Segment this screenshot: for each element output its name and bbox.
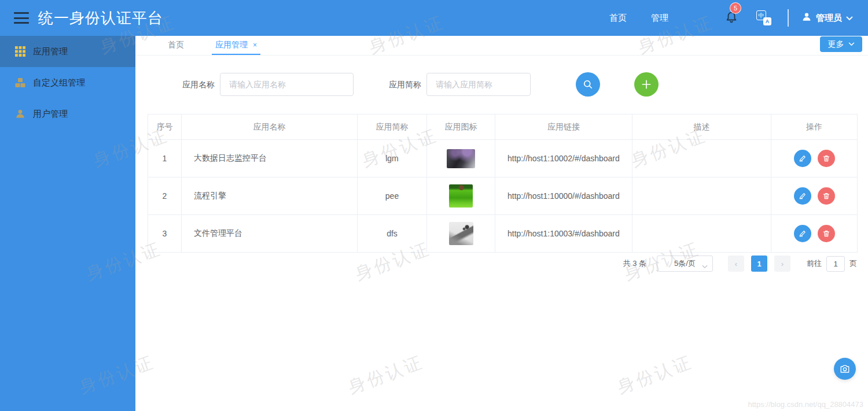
app-icon-cell (427, 140, 495, 177)
app-abbr-label: 应用简称 (389, 73, 421, 96)
trash-icon (822, 229, 830, 238)
table-row: 3文件管理平台dfshttp://host1:10003/#/dashboard (148, 215, 858, 253)
app-abbr-cell: lgm (358, 140, 427, 177)
search-icon (582, 79, 594, 90)
app-link-cell: http://host1:10003/#/dashboard (495, 215, 632, 253)
page-size-select[interactable]: 5条/页 (657, 256, 713, 272)
app-name-cell: 文件管理平台 (182, 215, 358, 253)
user-icon (801, 12, 812, 24)
notification-badge: 5 (730, 2, 741, 14)
sidebar-item-2[interactable]: 用户管理 (0, 98, 135, 129)
actions-cell (771, 215, 858, 253)
column-header: 应用图标 (427, 114, 495, 140)
description-cell (632, 215, 771, 253)
user-menu[interactable]: 管理员 (801, 12, 853, 24)
app-name-cell: 流程引擎 (182, 177, 358, 215)
goto-label: 前往 (807, 258, 822, 269)
tab-1[interactable]: 应用管理× (212, 36, 260, 55)
app-abbr-cell: dfs (358, 215, 427, 253)
column-header: 操作 (771, 114, 858, 140)
trash-icon (822, 192, 830, 200)
goto-page-input[interactable] (826, 256, 845, 272)
tab-0[interactable]: 首页 (164, 36, 187, 55)
table-header-row: 序号应用名称应用简称应用图标应用链接描述操作 (148, 114, 858, 140)
bell-icon (725, 16, 738, 25)
edit-button[interactable] (794, 225, 811, 242)
app-abbr-cell: pee (358, 177, 427, 215)
app-title: 统一身份认证平台 (38, 8, 163, 28)
camera-icon (840, 364, 850, 374)
app-icon-cell (427, 177, 495, 215)
user-name: 管理员 (816, 13, 842, 24)
app-name-input[interactable] (220, 73, 354, 96)
actions-cell (771, 177, 858, 215)
app-icon-cell (427, 215, 495, 253)
trash-icon (822, 154, 830, 162)
delete-button[interactable] (818, 150, 835, 167)
edit-button[interactable] (794, 150, 811, 167)
app-link-cell: http://host1:10002/#/dashboard (495, 140, 632, 177)
close-tab-icon[interactable]: × (253, 41, 257, 49)
more-button[interactable]: 更多 (820, 36, 862, 52)
column-header: 应用名称 (182, 114, 358, 140)
notification-bell-button[interactable]: 5 (725, 10, 738, 26)
chevron-down-icon (848, 42, 855, 46)
tabs-container: 首页应用管理× (164, 36, 285, 55)
prev-page-button[interactable]: ‹ (728, 256, 744, 272)
main-content: 首页应用管理× 更多 应用名称 应用简称 (135, 36, 868, 411)
column-header: 序号 (148, 114, 182, 140)
sidebar-item-1[interactable]: 自定义组管理 (0, 67, 135, 98)
app-abbr-input[interactable] (426, 73, 531, 96)
actions-cell (771, 140, 858, 177)
add-app-button[interactable] (634, 72, 659, 97)
app-name-label: 应用名称 (182, 73, 215, 96)
top-nav-link-1[interactable]: 管理 (651, 13, 668, 24)
green-field-photo (449, 184, 473, 208)
search-button[interactable] (576, 72, 600, 97)
tab-label: 应用管理 (215, 40, 248, 50)
table-row: 1大数据日志监控平台lgmhttp://host1:10002/#/dashbo… (148, 140, 858, 177)
page-unit-label: 页 (849, 258, 857, 269)
edit-button[interactable] (794, 187, 811, 205)
delete-button[interactable] (818, 225, 835, 242)
sidebar: 应用管理自定义组管理用户管理 (0, 36, 135, 411)
gray-roof-photo (449, 222, 473, 245)
pencil-icon (799, 154, 807, 162)
row-index-cell: 1 (148, 140, 182, 177)
language-switch-icon[interactable]: 中 A (756, 10, 771, 25)
delete-button[interactable] (818, 187, 835, 205)
top-nav: 首页管理 (609, 13, 668, 24)
row-index-cell: 2 (148, 177, 182, 215)
app-header: 统一身份认证平台 首页管理 5 中 A (0, 0, 868, 36)
grid-icon (15, 46, 25, 57)
chevron-down-icon (846, 13, 853, 23)
chevron-down-icon (702, 262, 708, 271)
sidebar-item-label: 应用管理 (33, 46, 68, 57)
top-nav-link-0[interactable]: 首页 (609, 13, 627, 24)
plus-icon (641, 79, 652, 90)
sidebar-item-label: 用户管理 (33, 109, 68, 120)
apps-table: 序号应用名称应用简称应用图标应用链接描述操作 1大数据日志监控平台lgmhttp… (148, 114, 857, 253)
screenshot-camera-button[interactable] (834, 358, 856, 380)
header-right: 首页管理 5 中 A 管理员 (609, 0, 868, 36)
next-page-button[interactable]: › (774, 256, 790, 272)
pencil-icon (799, 192, 807, 200)
column-header: 应用简称 (358, 114, 427, 140)
current-page-button[interactable]: 1 (751, 256, 767, 272)
tab-bar: 首页应用管理× 更多 (135, 36, 868, 55)
group-icon (15, 77, 25, 88)
table-row: 2流程引擎peehttp://host1:10000/#/dashboard (148, 177, 858, 215)
pagination: 共 3 条 5条/页 ‹ 1 › 前往 页 (623, 256, 857, 272)
page: 统一身份认证平台 首页管理 5 中 A (0, 0, 868, 411)
night-purple-trees-photo (447, 149, 475, 168)
header-divider (788, 9, 789, 27)
user-icon (15, 109, 25, 119)
app-name-cell: 大数据日志监控平台 (182, 140, 358, 177)
hamburger-menu-icon[interactable] (14, 12, 29, 24)
sidebar-item-0[interactable]: 应用管理 (0, 36, 135, 67)
pencil-icon (799, 229, 807, 238)
app-link-cell: http://host1:10000/#/dashboard (495, 177, 632, 215)
row-index-cell: 3 (148, 215, 182, 253)
total-count-label: 共 3 条 (623, 258, 646, 269)
description-cell (632, 140, 771, 177)
